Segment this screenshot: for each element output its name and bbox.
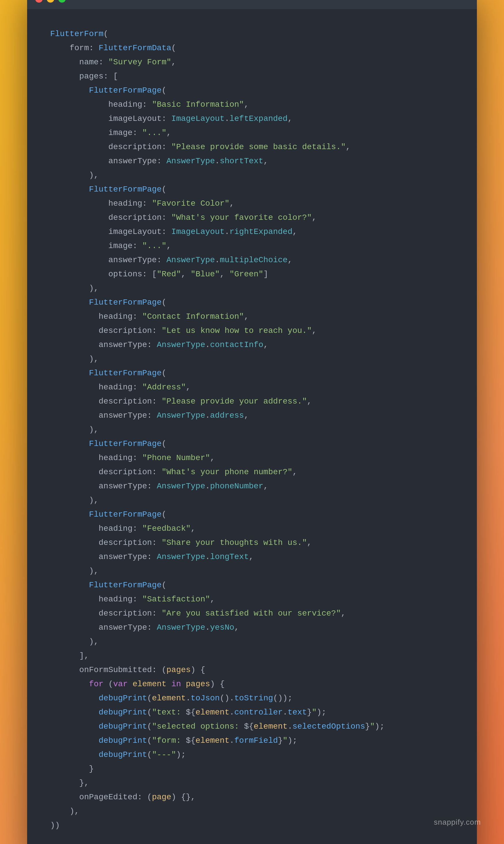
code-window: FlutterForm( form: FlutterFormData( name… xyxy=(27,0,477,844)
minimize-button[interactable] xyxy=(47,0,54,3)
maximize-button[interactable] xyxy=(58,0,66,3)
close-button[interactable] xyxy=(35,0,43,3)
watermark: snappify.com xyxy=(434,818,481,827)
code-content: FlutterForm( form: FlutterFormData( name… xyxy=(27,10,477,844)
traffic-lights xyxy=(35,0,66,3)
titlebar xyxy=(27,0,477,10)
